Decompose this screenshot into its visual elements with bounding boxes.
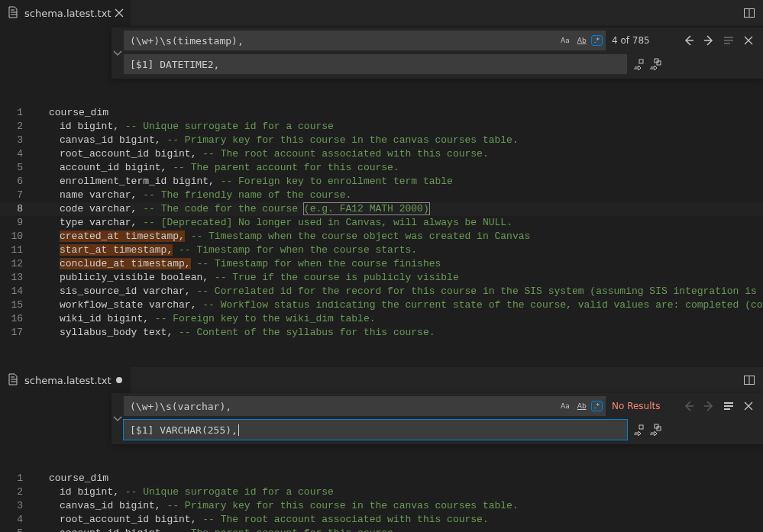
editor-body[interactable]: 1 course_dim 2 id bigint, -- Unique surr… (0, 444, 763, 532)
match-count: No Results (610, 401, 676, 411)
tab-filename: schema.latest.txt (24, 375, 111, 386)
replace-input[interactable]: [$1] DATETIME2, (124, 54, 627, 74)
svg-rect-8 (639, 425, 643, 429)
replace-one-icon[interactable] (632, 56, 645, 72)
code-line[interactable]: 1 course_dim (0, 472, 763, 485)
line-number: 10 (0, 230, 38, 243)
toggle-replace-icon[interactable] (112, 396, 124, 440)
prev-match-icon[interactable] (681, 32, 697, 49)
code-line[interactable]: 9 type varchar, -- [Deprecated] No longe… (0, 216, 763, 230)
code-line[interactable]: 6 enrollment_term_id bigint, -- Foreign … (0, 175, 763, 189)
code-line[interactable]: 14 sis_source_id varchar, -- Correlated … (0, 285, 763, 298)
close-search-icon[interactable] (740, 398, 757, 414)
find-input[interactable]: (\w+)\s(timestamp), Aa Ab .* (124, 31, 606, 50)
line-number: 7 (0, 189, 38, 202)
editor-pane: schema.latest.txt (\w+)\s(timestamp), Aa… (0, 0, 763, 367)
line-number: 2 (0, 485, 38, 499)
replace-one-icon[interactable] (632, 422, 645, 437)
code-line[interactable]: 11 start_at timestamp, -- Timestamp for … (0, 243, 763, 257)
close-tab-icon[interactable] (115, 9, 123, 17)
line-number: 6 (0, 175, 38, 189)
line-number: 1 (0, 106, 38, 120)
regex-toggle[interactable]: .* (591, 401, 603, 411)
line-number: 3 (0, 499, 38, 513)
line-number: 4 (0, 513, 38, 527)
whole-word-toggle[interactable]: Ab (574, 35, 590, 46)
editor-tab[interactable]: schema.latest.txt (0, 0, 131, 26)
find-replace-widget: (\w+)\s(varchar), Aa Ab .* No Results (112, 393, 763, 444)
find-in-selection-icon[interactable] (720, 32, 737, 49)
line-number: 5 (0, 161, 38, 175)
line-number: 1 (0, 472, 38, 485)
line-number: 14 (0, 285, 38, 298)
line-number: 3 (0, 134, 38, 147)
code-line[interactable]: 15 workflow_state varchar, -- Workflow s… (0, 298, 763, 312)
code-line[interactable]: 5 account_id bigint, -- The parent accou… (0, 161, 763, 175)
code-line[interactable]: 4 root_account_id bigint, -- The root ac… (0, 147, 763, 161)
code-line[interactable]: 2 id bigint, -- Unique surrogate id for … (0, 485, 763, 499)
code-line[interactable]: 3 canvas_id bigint, -- Primary key for t… (0, 134, 763, 147)
code-line[interactable]: 8 code varchar, -- The code for the cour… (0, 202, 763, 216)
split-editor-icon[interactable] (742, 5, 757, 21)
match-case-toggle[interactable]: Aa (558, 35, 573, 46)
line-number: 2 (0, 120, 38, 134)
close-search-icon[interactable] (740, 32, 757, 49)
editor-pane: schema.latest.txt (\w+)\s(varchar), Aa A… (0, 367, 763, 532)
code-line[interactable]: 13 publicly_visible boolean, -- True if … (0, 271, 763, 285)
code-line[interactable]: 7 name varchar, -- The friendly name of … (0, 189, 763, 202)
dirty-indicator-icon (115, 376, 123, 384)
code-line[interactable]: 5 account_id bigint, -- The parent accou… (0, 527, 763, 532)
line-number: 11 (0, 243, 38, 257)
next-match-icon[interactable] (700, 398, 717, 414)
tab-filename: schema.latest.txt (24, 8, 111, 19)
code-line[interactable]: 16 wiki_id bigint, -- Foreign key to the… (0, 312, 763, 326)
line-number: 9 (0, 216, 38, 230)
code-line[interactable]: 2 id bigint, -- Unique surrogate id for … (0, 120, 763, 134)
find-in-selection-icon[interactable] (720, 398, 737, 414)
line-number: 5 (0, 527, 38, 532)
code-line[interactable]: 3 canvas_id bigint, -- Primary key for t… (0, 499, 763, 513)
next-match-icon[interactable] (700, 32, 717, 49)
code-line[interactable]: 17 syllabus_body text, -- Content of the… (0, 326, 763, 340)
tab-bar: schema.latest.txt (0, 0, 763, 26)
line-number: 17 (0, 326, 38, 340)
whole-word-toggle[interactable]: Ab (574, 401, 590, 411)
regex-toggle[interactable]: .* (591, 35, 603, 46)
svg-point-5 (116, 377, 122, 383)
svg-rect-2 (639, 60, 643, 63)
split-editor-icon[interactable] (742, 372, 757, 388)
prev-match-icon[interactable] (681, 398, 697, 414)
code-line[interactable]: 4 root_account_id bigint, -- The root ac… (0, 513, 763, 527)
editor-tab[interactable]: schema.latest.txt (0, 367, 131, 393)
file-icon (8, 373, 20, 388)
match-count: 4 of 785 (610, 35, 676, 46)
replace-input[interactable]: [$1] VARCHAR(255), (124, 420, 627, 440)
line-number: 15 (0, 298, 38, 312)
code-line[interactable]: 1 course_dim (0, 106, 763, 120)
code-line[interactable]: 12 conclude_at timestamp, -- Timestamp f… (0, 257, 763, 271)
replace-all-icon[interactable] (648, 422, 662, 437)
toggle-replace-icon[interactable] (112, 31, 124, 74)
replace-all-icon[interactable] (648, 56, 662, 72)
find-replace-widget: (\w+)\s(timestamp), Aa Ab .* 4 of 785 (112, 27, 763, 79)
editor-body[interactable]: 1 course_dim 2 id bigint, -- Unique surr… (0, 79, 763, 367)
match-case-toggle[interactable]: Aa (558, 401, 573, 411)
file-icon (8, 6, 20, 21)
code-line[interactable]: 10 created_at timestamp, -- Timestamp wh… (0, 230, 763, 243)
line-number: 8 (0, 202, 38, 216)
line-number: 16 (0, 312, 38, 326)
find-input[interactable]: (\w+)\s(varchar), Aa Ab .* (124, 396, 606, 416)
line-number: 12 (0, 257, 38, 271)
line-number: 4 (0, 147, 38, 161)
line-number: 13 (0, 271, 38, 285)
tab-bar: schema.latest.txt (0, 367, 763, 393)
